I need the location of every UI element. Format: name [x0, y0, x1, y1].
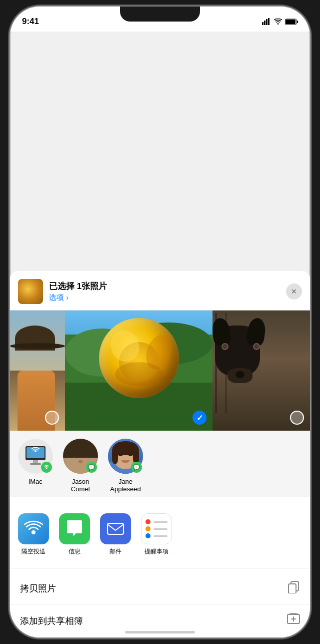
album-icon-svg [287, 613, 300, 626]
mail-svg-icon [106, 519, 125, 538]
imac-avatar [18, 439, 53, 474]
reminders-dots [142, 515, 172, 542]
svg-rect-16 [288, 584, 296, 593]
close-icon: ✕ [291, 287, 297, 295]
jason-msg-badge: 💬 [86, 462, 97, 473]
rose-head [99, 318, 179, 398]
hat-brim [10, 343, 65, 349]
mail-app-icon [100, 513, 131, 544]
close-button[interactable]: ✕ [286, 283, 302, 299]
svg-point-11 [34, 450, 36, 452]
app-item-reminders[interactable]: 提醒事项 [141, 513, 172, 556]
divider-1 [10, 501, 310, 501]
messages-app-label: 信息 [68, 547, 80, 556]
photo-item-center[interactable]: ✓ [65, 310, 212, 431]
app-item-airdrop[interactable]: 隔空投送 [18, 513, 49, 556]
reminders-app-label: 提醒事项 [144, 547, 168, 556]
copy-icon-svg [287, 580, 300, 593]
airdrop-section: iMac [10, 431, 310, 497]
action-copy-photo[interactable]: 拷贝照片 [10, 572, 310, 605]
add-album-icon [287, 613, 300, 629]
svg-rect-9 [33, 460, 38, 463]
photo-info: 已选择 1张照片 选项 › [49, 280, 280, 302]
airdrop-person-jane[interactable]: 💬 JaneAppleseed [108, 439, 143, 493]
jane-name: JaneAppleseed [110, 478, 140, 493]
jane-msg-badge: 💬 [131, 462, 142, 473]
svg-rect-0 [262, 22, 264, 25]
app-item-mail[interactable]: 邮件 [100, 513, 131, 556]
dog-head-area [212, 326, 268, 391]
airdrop-badge [41, 462, 52, 473]
photo-header: 已选择 1张照片 选项 › ✕ [10, 271, 310, 310]
status-bar: 9:41 [10, 7, 310, 32]
check-icon: ✓ [196, 413, 203, 423]
status-icons [262, 18, 298, 25]
phone-frame: 9:41 [10, 7, 310, 637]
airdrop-person-jason[interactable]: 💬 JasonComet [63, 439, 98, 493]
airdrop-svg-icon [24, 519, 43, 538]
app-item-messages[interactable]: 信息 [59, 513, 90, 556]
wifi-icon [274, 19, 282, 25]
svg-rect-10 [30, 463, 41, 465]
photo-options-link[interactable]: 选项 › [49, 293, 280, 302]
svg-point-12 [46, 468, 48, 469]
photo-center-bg [65, 310, 212, 431]
svg-rect-5 [286, 20, 296, 24]
status-time: 9:41 [22, 17, 39, 27]
mail-app-label: 邮件 [110, 547, 122, 556]
reminders-app-icon [141, 513, 172, 544]
signal-icon [262, 18, 271, 25]
messages-app-icon [59, 513, 90, 544]
selection-circle-center[interactable]: ✓ [192, 411, 206, 425]
svg-rect-3 [268, 18, 270, 25]
photo-strip: ✓ [10, 310, 310, 431]
imac-name: iMac [28, 478, 42, 485]
svg-rect-1 [264, 21, 266, 25]
svg-rect-6 [297, 21, 298, 23]
jane-avatar: 💬 [108, 439, 143, 474]
photo-count-title: 已选择 1张照片 [49, 280, 280, 292]
add-album-label: 添加到共享相簿 [20, 615, 83, 627]
apps-row: 隔空投送 信息 [18, 513, 302, 556]
selection-circle-right[interactable] [290, 411, 304, 425]
copy-photo-icon [287, 580, 300, 596]
share-sheet: 已选择 1张照片 选项 › ✕ [10, 271, 310, 637]
selection-circle-left[interactable] [45, 411, 59, 425]
svg-rect-19 [290, 613, 296, 614]
divider-2 [10, 568, 310, 568]
copy-photo-label: 拷贝照片 [20, 582, 56, 594]
apps-section: 隔空投送 信息 [10, 505, 310, 564]
svg-rect-2 [266, 19, 268, 25]
svg-point-13 [32, 530, 36, 534]
airdrop-person-imac[interactable]: iMac [18, 439, 53, 485]
notch [120, 7, 200, 22]
airdrop-app-label: 隔空投送 [22, 547, 46, 556]
jason-avatar: 💬 [63, 439, 98, 474]
selected-photo-thumbnail [18, 279, 43, 304]
battery-icon [285, 19, 298, 25]
home-indicator [125, 631, 195, 633]
airdrop-wifi-badge [44, 464, 50, 470]
photo-item-left[interactable] [10, 310, 65, 431]
svg-rect-14 [108, 523, 124, 534]
airdrop-people-list: iMac [18, 439, 302, 493]
messages-svg-icon [65, 519, 84, 538]
photo-item-right[interactable] [212, 310, 310, 431]
airdrop-app-icon [18, 513, 49, 544]
jason-name: JasonComet [71, 478, 90, 493]
